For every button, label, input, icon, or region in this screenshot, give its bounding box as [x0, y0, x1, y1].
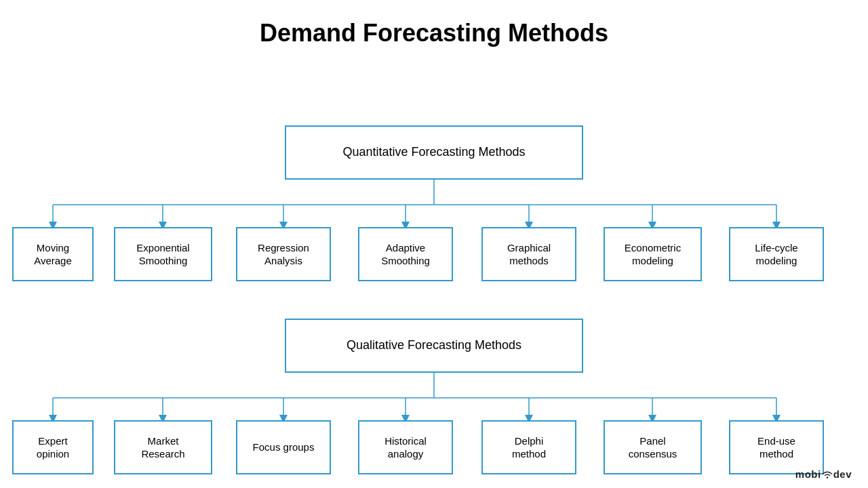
- qual-child-focus-groups: Focus groups: [236, 420, 331, 474]
- diagram: Quantitative Forecasting Methods MovingA…: [0, 47, 868, 488]
- brand-text: mobi: [795, 468, 821, 480]
- quant-child-lifecycle-modeling: Life-cyclemodeling: [729, 227, 824, 281]
- wifi-icon: [821, 468, 833, 479]
- qual-child-market-research: MarketResearch: [114, 420, 212, 474]
- svg-point-18: [826, 476, 827, 478]
- quant-child-econometric-modeling: Econometricmodeling: [604, 227, 702, 281]
- quant-child-exponential-smoothing: ExponentialSmoothing: [114, 227, 212, 281]
- quant-root-node: Quantitative Forecasting Methods: [285, 125, 583, 180]
- qual-child-end-use-method: End-usemethod: [729, 420, 824, 474]
- brand-suffix: dev: [833, 468, 852, 480]
- qual-child-historical-analogy: Historicalanalogy: [358, 420, 453, 474]
- quant-child-graphical-methods: Graphicalmethods: [481, 227, 576, 281]
- quant-child-moving-average: MovingAverage: [12, 227, 94, 281]
- qual-child-expert-opinion: Expertopinion: [12, 420, 94, 474]
- qual-child-panel-consensus: Panelconsensus: [604, 420, 702, 474]
- qual-child-delphi-method: Delphimethod: [481, 420, 576, 474]
- page-title: Demand Forecasting Methods: [0, 0, 868, 47]
- quant-child-adaptive-smoothing: AdaptiveSmoothing: [358, 227, 453, 281]
- brand-logo: mobi dev: [795, 468, 852, 480]
- quant-child-regression-analysis: RegressionAnalysis: [236, 227, 331, 281]
- qual-root-node: Qualitative Forecasting Methods: [285, 319, 583, 373]
